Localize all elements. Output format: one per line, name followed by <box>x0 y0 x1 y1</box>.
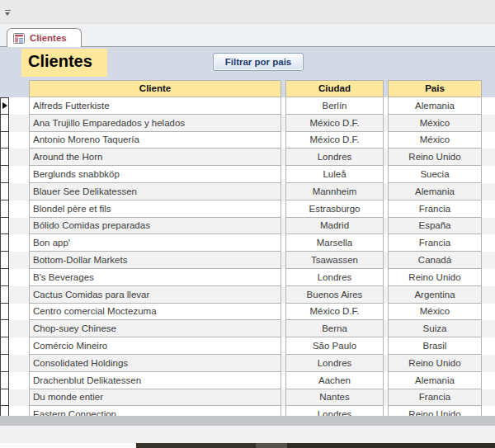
record-selector[interactable] <box>0 355 9 372</box>
cell-ciudad[interactable]: Tsawassen <box>285 252 384 269</box>
cell-cliente[interactable]: Drachenblut Delikatessen <box>29 372 281 389</box>
cell-pais[interactable]: Reino Unido <box>388 149 482 166</box>
windows-taskbar-edge[interactable] <box>0 443 495 448</box>
table-row: Berglunds snabbköp Luleå Suecia <box>0 166 495 183</box>
table-row: Ana Trujillo Emparedados y helados Méxic… <box>0 115 495 132</box>
ribbon-collapse-icon-bar <box>5 10 11 11</box>
cell-ciudad[interactable]: Madrid <box>285 218 384 235</box>
ribbon-collapse-icon[interactable] <box>4 10 12 17</box>
cell-ciudad[interactable]: Estrasburgo <box>285 200 384 218</box>
cell-ciudad[interactable]: Londres <box>285 269 384 286</box>
cell-ciudad[interactable]: Aachen <box>285 372 384 389</box>
record-selector[interactable] <box>0 149 9 166</box>
cell-pais[interactable]: Alemania <box>388 372 482 389</box>
cell-pais[interactable]: México <box>388 115 482 132</box>
cell-cliente[interactable]: Du monde entier <box>29 389 281 407</box>
cell-cliente[interactable]: Bottom-Dollar Markets <box>29 252 281 269</box>
cell-cliente[interactable]: Antonio Moreno Taquería <box>29 132 281 149</box>
cell-cliente[interactable]: Chop-suey Chinese <box>29 320 281 337</box>
record-selector[interactable] <box>0 269 9 286</box>
cell-ciudad[interactable]: Londres <box>285 406 384 416</box>
record-selector[interactable] <box>0 218 9 235</box>
form-icon <box>13 33 25 44</box>
cell-pais[interactable]: Francia <box>388 234 482 252</box>
record-selector[interactable] <box>0 132 9 149</box>
column-header-cliente: Cliente <box>29 80 281 97</box>
table-row: Comércio Mineiro São Paulo Brasil <box>0 337 495 355</box>
cell-pais[interactable]: Alemania <box>388 183 482 200</box>
record-selector[interactable] <box>0 389 9 407</box>
cell-ciudad[interactable]: Buenos Aires <box>285 286 384 304</box>
cell-pais[interactable]: Suiza <box>388 320 482 337</box>
cell-ciudad[interactable]: Nantes <box>285 389 384 407</box>
cell-ciudad[interactable]: Londres <box>285 355 384 372</box>
cell-cliente[interactable]: Eastern Connection <box>29 406 281 416</box>
record-selector[interactable] <box>0 286 9 304</box>
cell-pais[interactable]: Canadá <box>388 252 482 269</box>
record-selector[interactable] <box>0 337 9 355</box>
cell-ciudad[interactable]: México D.F. <box>285 304 384 321</box>
cell-ciudad[interactable]: São Paulo <box>285 337 384 355</box>
cell-pais[interactable]: Reino Unido <box>388 406 482 416</box>
access-window: Clientes Clientes Filtrar por pais Clien… <box>0 0 495 448</box>
tab-label: Clientes <box>30 33 67 43</box>
cell-ciudad[interactable]: Berna <box>285 320 384 337</box>
tab-clientes[interactable]: Clientes <box>7 28 82 47</box>
cell-cliente[interactable]: Blondel père et fils <box>29 200 281 218</box>
cell-pais[interactable]: Argentina <box>388 286 482 304</box>
cell-cliente[interactable]: Bólido Comidas preparadas <box>29 218 281 235</box>
table-row: Bólido Comidas preparadas Madrid España <box>0 218 495 235</box>
cell-cliente[interactable]: Around the Horn <box>29 149 281 166</box>
cell-cliente[interactable]: Alfreds Futterkiste <box>29 97 281 115</box>
cell-cliente[interactable]: Berglunds snabbköp <box>29 166 281 183</box>
record-selector[interactable] <box>0 200 9 218</box>
cell-ciudad[interactable]: México D.F. <box>285 132 384 149</box>
table-row: Blondel père et fils Estrasburgo Francia <box>0 200 495 218</box>
table-row: Eastern Connection Londres Reino Unido <box>0 406 495 416</box>
cell-pais[interactable]: Francia <box>388 389 482 407</box>
cell-pais[interactable]: España <box>388 218 482 235</box>
cell-pais[interactable]: Reino Unido <box>388 355 482 372</box>
table-row: Consolidated Holdings Londres Reino Unid… <box>0 355 495 372</box>
cell-ciudad[interactable]: Mannheim <box>285 183 384 200</box>
cell-cliente[interactable]: Ana Trujillo Emparedados y helados <box>29 115 281 132</box>
cell-cliente[interactable]: Consolidated Holdings <box>29 355 281 372</box>
cell-cliente[interactable]: Centro comercial Moctezuma <box>29 304 281 321</box>
cell-pais[interactable]: Brasil <box>388 337 482 355</box>
record-selector[interactable] <box>0 97 9 115</box>
cell-pais[interactable]: Francia <box>388 200 482 218</box>
cell-cliente[interactable]: Blauer See Delikatessen <box>29 183 281 200</box>
cell-cliente[interactable]: Cactus Comidas para llevar <box>29 286 281 304</box>
record-selector[interactable] <box>0 166 9 183</box>
cell-pais[interactable]: México <box>388 132 482 149</box>
cell-ciudad[interactable]: Luleå <box>285 166 384 183</box>
record-selector[interactable] <box>0 320 9 337</box>
cell-cliente[interactable]: Comércio Mineiro <box>29 337 281 355</box>
record-selector[interactable] <box>0 406 9 416</box>
cell-ciudad[interactable]: Berlín <box>285 97 384 115</box>
record-selector[interactable] <box>0 372 9 389</box>
cell-ciudad[interactable]: Londres <box>285 149 384 166</box>
record-selector[interactable] <box>0 252 9 269</box>
clientes-form: Clientes Filtrar por pais Cliente Ciudad… <box>0 47 495 416</box>
cell-ciudad[interactable]: Marsella <box>285 234 384 252</box>
table-row: Du monde entier Nantes Francia <box>0 389 495 407</box>
cell-ciudad[interactable]: México D.F. <box>285 115 384 132</box>
form-title: Clientes <box>21 49 107 77</box>
taskbar-segment <box>287 443 495 448</box>
cell-cliente[interactable]: B's Beverages <box>29 269 281 286</box>
cell-pais[interactable]: Reino Unido <box>388 269 482 286</box>
record-selector[interactable] <box>0 304 9 321</box>
cell-pais[interactable]: Suecia <box>388 166 482 183</box>
cell-pais[interactable]: México <box>388 304 482 321</box>
cell-cliente[interactable]: Bon app' <box>29 234 281 252</box>
cell-pais[interactable]: Alemania <box>388 97 482 115</box>
taskbar-segment <box>136 443 256 448</box>
record-selector[interactable] <box>0 115 9 132</box>
filter-by-country-button[interactable]: Filtrar por pais <box>213 53 304 71</box>
record-selector[interactable] <box>0 234 9 252</box>
record-selector[interactable] <box>0 183 9 200</box>
table-row: Around the Horn Londres Reino Unido <box>0 149 495 166</box>
table-row: Blauer See Delikatessen Mannheim Alemani… <box>0 183 495 200</box>
form-bottom-band <box>0 416 495 426</box>
